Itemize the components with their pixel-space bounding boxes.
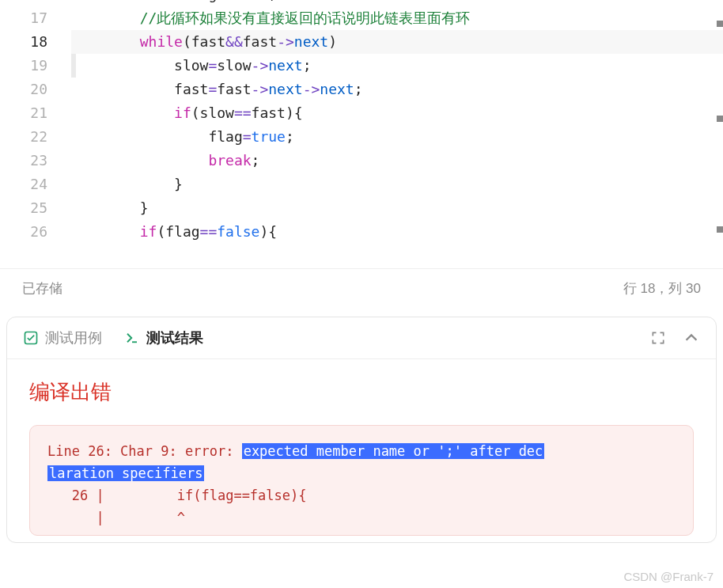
code-line[interactable]: bool flag=false; [71, 0, 723, 6]
code-line[interactable]: if(slow==fast){ [71, 101, 723, 125]
code-line[interactable]: } [71, 173, 723, 196]
line-number: 22 [0, 125, 47, 149]
panel-actions [649, 329, 700, 347]
error-title: 编译出错 [29, 378, 694, 406]
results-panel: 测试用例 测试结果 编译出错 Line 26: Char 9: error: e… [6, 317, 717, 543]
error-prefix: Line 26: Char 9: error: [47, 443, 242, 459]
code-line[interactable]: while(fast&&fast->next) [71, 30, 723, 54]
panel-body: 编译出错 Line 26: Char 9: error: expected me… [7, 359, 716, 542]
line-number: 25 [0, 196, 47, 220]
checkbox-icon [23, 330, 39, 346]
line-number: 17 [0, 6, 47, 30]
code-content[interactable]: bool flag=false; //此循环如果没有直接返回的话说明此链表里面有… [71, 0, 723, 251]
line-number: 23 [0, 149, 47, 173]
line-number: 16 [0, 0, 47, 6]
line-number-gutter: 1617181920212223242526 [0, 0, 71, 251]
code-line[interactable]: //此循环如果没有直接返回的话说明此链表里面有环 [71, 6, 723, 30]
error-code-line: 26 | if(flag==false){ [47, 484, 676, 506]
cursor-position: 行 18，列 30 [623, 279, 701, 298]
tab-test-cases[interactable]: 测试用例 [23, 328, 102, 347]
error-box: Line 26: Char 9: error: expected member … [29, 425, 694, 536]
panel-header: 测试用例 测试结果 [7, 317, 716, 359]
error-highlight-1: expected member name or ';' after dec [242, 443, 545, 459]
terminal-icon [124, 330, 140, 346]
error-line-2: laration specifiers [47, 462, 676, 484]
code-line[interactable]: fast=fast->next->next; [71, 78, 723, 101]
error-line-1: Line 26: Char 9: error: expected member … [47, 440, 676, 462]
code-line[interactable]: slow=slow->next; [71, 54, 723, 78]
saved-status: 已存储 [22, 279, 62, 298]
code-line[interactable]: } [71, 196, 723, 220]
code-editor[interactable]: 1617181920212223242526 bool flag=false; … [0, 0, 723, 269]
chevron-up-icon[interactable] [683, 329, 700, 347]
panel-tabs: 测试用例 测试结果 [23, 328, 203, 347]
watermark: CSDN @Frank-7 [623, 570, 714, 583]
line-number: 20 [0, 78, 47, 101]
code-line[interactable]: break; [71, 149, 723, 173]
line-number: 21 [0, 101, 47, 125]
scroll-overview [715, 0, 723, 268]
tab-label: 测试结果 [146, 328, 203, 347]
line-number: 24 [0, 173, 47, 196]
code-line[interactable]: flag=true; [71, 125, 723, 149]
expand-icon[interactable] [649, 329, 667, 347]
line-number: 26 [0, 220, 47, 244]
line-number: 18 [0, 30, 47, 54]
tab-test-results[interactable]: 测试结果 [124, 328, 203, 347]
code-line[interactable]: if(flag==false){ [71, 220, 723, 244]
line-number: 19 [0, 54, 47, 78]
editor-status-bar: 已存储 行 18，列 30 [0, 269, 723, 307]
error-highlight-2: laration specifiers [47, 465, 204, 481]
error-caret-line: | ^ [47, 506, 676, 529]
tab-label: 测试用例 [45, 328, 102, 347]
